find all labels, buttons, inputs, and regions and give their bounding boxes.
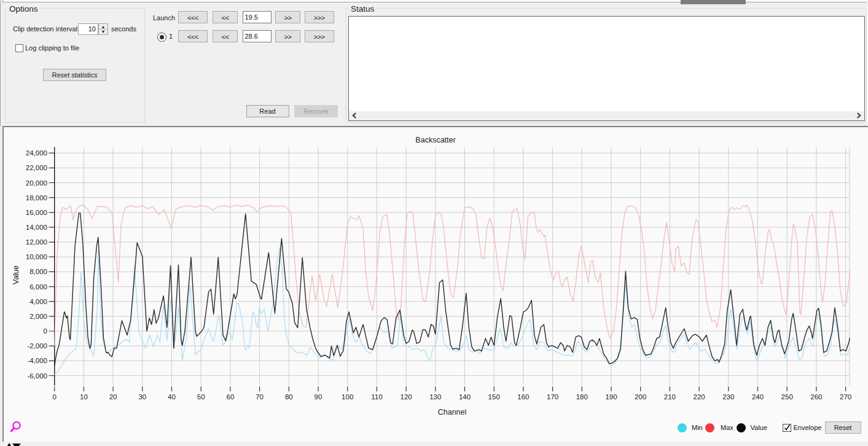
svg-text:8,000: 8,000	[29, 268, 47, 275]
svg-text:140: 140	[459, 393, 471, 401]
svg-text:10: 10	[80, 393, 88, 401]
svg-text:10,000: 10,000	[26, 253, 47, 260]
svg-text:Value: Value	[12, 265, 20, 284]
svg-text:100: 100	[342, 393, 353, 401]
svg-text:150: 150	[488, 393, 500, 401]
svg-text:2,000: 2,000	[29, 313, 47, 320]
svg-text:20,000: 20,000	[26, 179, 47, 187]
svg-text:230: 230	[722, 393, 734, 401]
svg-text:-4,000: -4,000	[27, 357, 47, 364]
svg-text:0: 0	[52, 393, 56, 401]
svg-text:-2,000: -2,000	[27, 342, 47, 350]
svg-text:50: 50	[197, 393, 205, 401]
svg-text:190: 190	[605, 393, 617, 401]
svg-text:6,000: 6,000	[29, 283, 47, 291]
svg-text:0: 0	[44, 327, 47, 335]
svg-text:250: 250	[781, 393, 793, 401]
svg-text:14,000: 14,000	[26, 224, 47, 231]
svg-text:220: 220	[694, 393, 705, 401]
svg-text:Backscatter: Backscatter	[415, 136, 455, 144]
svg-text:20: 20	[109, 393, 117, 401]
svg-text:18,000: 18,000	[26, 194, 47, 201]
svg-text:210: 210	[664, 393, 676, 401]
svg-text:40: 40	[168, 393, 176, 401]
svg-text:160: 160	[517, 393, 529, 401]
svg-text:90: 90	[315, 393, 323, 401]
svg-text:120: 120	[401, 393, 412, 401]
svg-text:170: 170	[547, 393, 558, 401]
svg-text:12,000: 12,000	[26, 238, 47, 246]
svg-text:22,000: 22,000	[26, 164, 47, 171]
svg-text:80: 80	[285, 393, 293, 401]
svg-text:180: 180	[576, 393, 588, 401]
svg-text:130: 130	[429, 393, 441, 401]
svg-text:240: 240	[752, 393, 764, 401]
svg-text:70: 70	[256, 393, 264, 401]
svg-text:Channel: Channel	[438, 408, 467, 417]
svg-text:-6,000: -6,000	[27, 372, 47, 380]
svg-text:4,000: 4,000	[29, 298, 47, 305]
svg-text:200: 200	[635, 393, 646, 401]
svg-text:110: 110	[371, 393, 382, 401]
svg-text:260: 260	[810, 393, 822, 401]
svg-text:16,000: 16,000	[26, 209, 47, 216]
svg-text:270: 270	[840, 393, 851, 401]
svg-text:60: 60	[227, 393, 235, 401]
svg-text:24,000: 24,000	[26, 149, 47, 157]
svg-text:30: 30	[138, 393, 146, 401]
